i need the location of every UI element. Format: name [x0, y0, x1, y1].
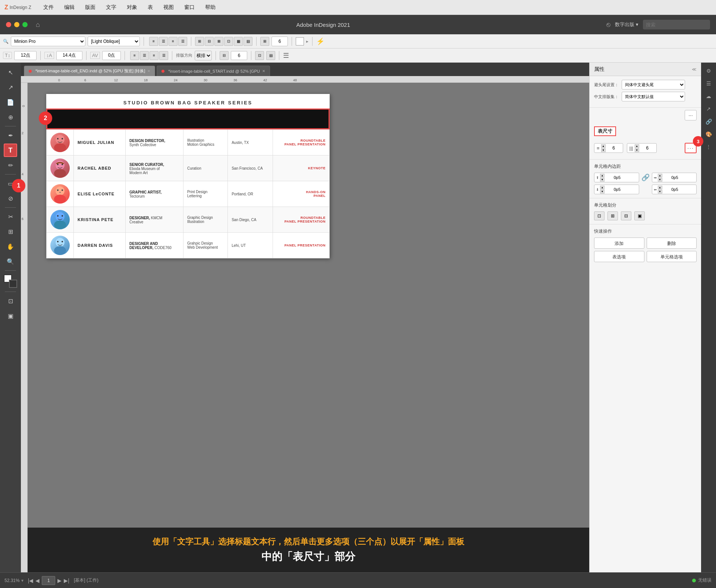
minimize-button[interactable]	[14, 22, 19, 27]
pad-left-down[interactable]: ▼	[658, 190, 662, 194]
para-left-btn[interactable]: ≡	[130, 51, 139, 60]
div-unmerge-btn[interactable]: ▣	[634, 211, 645, 220]
cell-options-button[interactable]: 单元格选项	[647, 251, 697, 262]
layout-dir-select[interactable]: 横排	[195, 51, 212, 60]
type-tool active2[interactable]: T	[4, 144, 17, 157]
menu-view[interactable]: 视图	[162, 3, 175, 12]
rows-spin-down[interactable]: ▼	[601, 148, 606, 152]
tab-end[interactable]: *insert-image-table-cell_END.indd @ 52% …	[24, 66, 155, 76]
menu-table[interactable]: 表	[146, 3, 154, 12]
right-icon-link[interactable]: 🔗	[703, 116, 714, 127]
table-options-button[interactable]: 表选项	[594, 251, 644, 262]
first-page-btn[interactable]: |◀	[28, 578, 34, 584]
rows-size-input[interactable]	[607, 145, 621, 151]
pad-top-input[interactable]	[606, 175, 621, 180]
menu-file[interactable]: 文件	[42, 3, 55, 12]
grid-btn5[interactable]: ▦	[234, 37, 243, 46]
zoom-dropdown[interactable]: ▾	[21, 578, 23, 583]
menu-text[interactable]: 文字	[104, 3, 118, 12]
tab-start[interactable]: *insert-image-table-cell_START.indd @ 52…	[157, 66, 270, 76]
menu-window[interactable]: 窗口	[183, 3, 196, 12]
pad-left-input[interactable]	[663, 187, 678, 192]
hand-tool[interactable]: ✋	[4, 240, 17, 253]
apply-mode-btn[interactable]: ⊡	[4, 294, 17, 308]
rows-input[interactable]	[271, 37, 288, 46]
publish-button[interactable]: 数字出版 ▾	[615, 21, 638, 28]
div-merge-btn[interactable]: ⊡	[594, 211, 604, 220]
cols-spinner[interactable]: ▲ ▼	[635, 144, 639, 152]
pad-bottom-input[interactable]	[606, 187, 621, 192]
gap-tool[interactable]: ⊕	[4, 110, 17, 124]
rows-input2[interactable]	[231, 51, 247, 60]
preview-btn[interactable]: ▣	[4, 309, 17, 323]
pad-right-up[interactable]: ▲	[658, 174, 662, 177]
menu-help[interactable]: 帮助	[204, 3, 217, 12]
grid-btn6[interactable]: ▤	[244, 37, 252, 46]
pad-right-down[interactable]: ▼	[658, 178, 662, 182]
more-options-btn-top[interactable]: ···	[685, 110, 697, 120]
right-icon-share[interactable]: ↗	[703, 104, 714, 114]
direct-select-tool[interactable]: ↗	[4, 81, 17, 94]
next-page-btn[interactable]: ▶	[57, 578, 62, 584]
menu-object[interactable]: 对象	[125, 3, 139, 12]
fill-stroke-indicator[interactable]	[4, 274, 17, 288]
mojikumi-select[interactable]: 简体中文默认值	[622, 92, 685, 101]
tracking-input[interactable]	[102, 51, 121, 60]
div-split-v-btn[interactable]: ⊟	[621, 211, 631, 220]
rows-spin-up[interactable]: ▲	[601, 144, 606, 148]
para-center-btn[interactable]: ☰	[140, 51, 149, 60]
pad-top-up[interactable]: ▲	[600, 174, 604, 177]
para-justify-btn[interactable]: ☰	[159, 51, 168, 60]
delete-button[interactable]: 删除	[647, 238, 697, 249]
align-right-btn[interactable]: ≡	[169, 37, 178, 46]
right-icon-properties[interactable]: ☰	[703, 78, 714, 89]
cols-spin-up[interactable]: ▲	[635, 144, 639, 148]
scissors-tool[interactable]: ✂	[4, 210, 17, 223]
cols-size-input[interactable]	[641, 145, 654, 151]
pad-right-input[interactable]	[663, 175, 678, 180]
maximize-button[interactable]	[22, 22, 28, 27]
align-justify-btn[interactable]: ☰	[178, 37, 187, 46]
rows-spinner[interactable]: ▲ ▼	[601, 144, 606, 152]
prev-page-btn[interactable]: ◀	[35, 578, 40, 584]
add-button[interactable]: 添加	[594, 238, 644, 249]
grid-btn3[interactable]: ⊠	[214, 37, 223, 46]
select-tool[interactable]: ↖	[4, 66, 17, 79]
right-icon-color[interactable]: 🎨	[703, 129, 714, 139]
cols-spin-down[interactable]: ▼	[635, 148, 639, 152]
div-split-h-btn[interactable]: ⊞	[607, 211, 618, 220]
page-input[interactable]	[42, 576, 55, 585]
right-icon-settings[interactable]: ⚙	[703, 66, 714, 76]
zoom-tool[interactable]: 🔍	[4, 255, 17, 268]
right-icon-cc[interactable]: ☁	[703, 91, 714, 101]
tab-end-close[interactable]: ✕	[147, 69, 150, 73]
home-icon[interactable]: ⌂	[36, 21, 40, 29]
font-style-select[interactable]: [Light Oblique]	[88, 37, 140, 46]
link-icon[interactable]: 🔗	[641, 173, 650, 182]
pad-bottom-up[interactable]: ▲	[600, 186, 604, 189]
share-icon[interactable]: ⎋	[606, 21, 610, 29]
more-toolbar-icon[interactable]: ☰	[283, 51, 289, 60]
page-tool[interactable]: 📄	[4, 95, 17, 109]
leading-input[interactable]	[56, 51, 82, 60]
line-tool[interactable]: ⊘	[4, 192, 17, 205]
grid-btn2[interactable]: ⊟	[205, 37, 214, 46]
align-center-btn[interactable]: ☰	[159, 37, 168, 46]
grid-btn1[interactable]: ⊞	[195, 37, 204, 46]
grid-btn4[interactable]: ⊡	[224, 37, 233, 46]
swatch-expand[interactable]: ▸	[306, 39, 308, 44]
pen-tool[interactable]: ✒	[4, 129, 17, 142]
pad-left-up[interactable]: ▲	[658, 186, 662, 189]
panel-expand-icon[interactable]: ≪	[692, 67, 697, 72]
transform-tool[interactable]: ⊞	[4, 225, 17, 238]
menu-edit[interactable]: 编辑	[63, 3, 76, 12]
search-input[interactable]	[643, 20, 710, 29]
close-button[interactable]	[6, 22, 11, 27]
lightning-icon[interactable]: ⚡	[316, 37, 324, 45]
pencil-tool[interactable]: ✏	[4, 158, 17, 172]
pad-bottom-down[interactable]: ▼	[600, 190, 604, 194]
kinsoku-select[interactable]: 间体中文避头尾	[622, 80, 685, 89]
color-swatch[interactable]	[296, 37, 304, 45]
font-name-select[interactable]: Minion Pro	[11, 37, 85, 46]
right-icon-more[interactable]: ⋮	[703, 142, 714, 152]
